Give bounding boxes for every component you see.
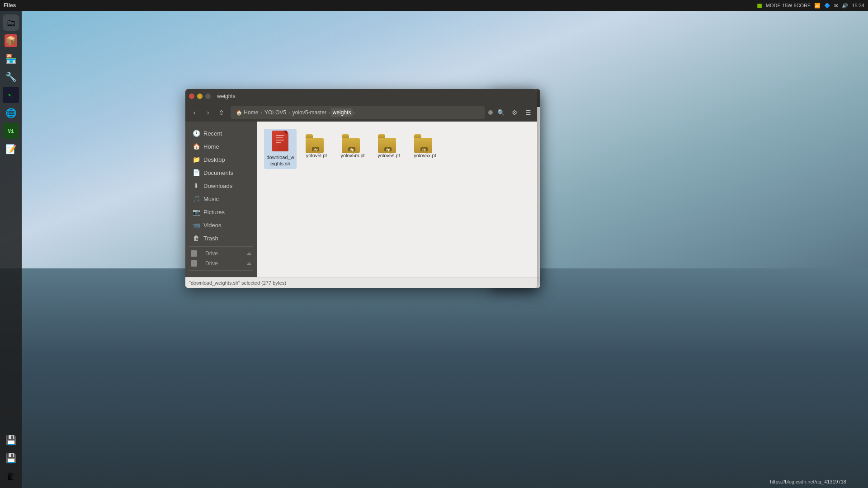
breadcrumb-home[interactable]: 🏠 Home <box>234 108 260 117</box>
sidebar-item-videos[interactable]: 📹 Videos <box>187 219 255 231</box>
dock-item-files-app[interactable]: 🗂 <box>3 14 19 31</box>
bluetooth-icon: 🔷 <box>824 3 830 9</box>
dock-item-usb2[interactable]: 💾 <box>3 450 19 466</box>
sidebar-item-downloads[interactable]: ⬇ Downloads <box>187 179 255 192</box>
file-name-yolov5l: yolov5l.pt <box>306 152 327 159</box>
close-button[interactable] <box>189 94 194 99</box>
sidebar-bookmarks: 🕐 Recent 🏠 Home 📁 Desktop 📄 Documents ⬇ <box>185 127 257 244</box>
breadcrumb-yolov5[interactable]: YOLOV5 <box>263 108 288 117</box>
sidebar-item-documents[interactable]: 📄 Documents <box>187 166 255 179</box>
downloads-icon: ⬇ <box>193 182 200 189</box>
fm-title: weights <box>217 93 236 99</box>
clock: 15:34 <box>852 3 864 8</box>
sidebar-item-music[interactable]: 🎵 Music <box>187 192 255 205</box>
maximize-button[interactable] <box>205 94 211 99</box>
eject2-icon[interactable]: ⏏ <box>247 261 251 267</box>
parent-button[interactable]: ⇧ <box>215 106 228 119</box>
sh-file-icon <box>270 131 290 154</box>
topbar: Files ◼ MODE 15W 6CORE 📶 🔷 ✉ 🔊 15:34 <box>0 0 868 11</box>
mode-label: MODE 15W 6CORE <box>766 3 811 8</box>
file-item-sh[interactable]: download_weights.sh <box>264 129 297 169</box>
zip-icon-yolov5x: zip <box>414 131 436 152</box>
fm-titlebar: weights <box>185 89 537 103</box>
file-item-yolov5s[interactable]: zip yolov5s.pt <box>373 129 405 169</box>
file-item-yolov5l[interactable]: zip yolov5l.pt <box>300 129 333 169</box>
sidebar-drive2[interactable]: Drive ⏏ <box>185 258 257 268</box>
zip-icon-yolov5l: zip <box>306 131 327 152</box>
file-name-sh: download_weights.sh <box>266 154 295 167</box>
file-name-yolov5s: yolov5s.pt <box>377 152 400 159</box>
sidebar-item-pictures[interactable]: 📷 Pictures <box>187 206 255 218</box>
fm-files-area[interactable]: download_weights.sh zip yolov5l.pt <box>257 122 537 277</box>
url-bar: https://blog.csdn.net/qq_41319718 <box>770 479 846 484</box>
sidebar-item-recent[interactable]: 🕐 Recent <box>187 127 255 140</box>
dock-item-software[interactable]: 🏪 <box>3 51 19 67</box>
nvidia-icon: ◼ <box>757 2 762 9</box>
music-icon: 🎵 <box>193 195 200 202</box>
breadcrumb: 🏠 Home › YOLOV5 › yolov5-master › weight… <box>231 106 485 119</box>
file-name-yolov5m: yolov5m.pt <box>340 152 364 159</box>
breadcrumb-sep-3: › <box>329 110 330 115</box>
sidebar-trash-label: Trash <box>203 235 218 242</box>
fm-body: 🕐 Recent 🏠 Home 📁 Desktop 📄 Documents ⬇ <box>185 122 537 277</box>
file-item-yolov5x[interactable]: zip yolov5x.pt <box>409 129 441 169</box>
eject1-icon[interactable]: ⏏ <box>247 251 251 257</box>
dock-item-terminal[interactable]: >_ <box>3 87 19 103</box>
search-button[interactable]: 🔍 <box>495 106 507 119</box>
wifi-icon: 📶 <box>814 3 821 9</box>
minimize-button[interactable] <box>197 94 203 99</box>
sidebar-item-trash[interactable]: 🗑 Trash <box>187 232 255 244</box>
zip-icon-yolov5m: zip <box>342 131 363 152</box>
fm-sidebar: 🕐 Recent 🏠 Home 📁 Desktop 📄 Documents ⬇ <box>185 122 257 277</box>
breadcrumb-sep-2: › <box>288 110 290 115</box>
documents-icon: 📄 <box>193 169 200 176</box>
trash-icon: 🗑 <box>193 235 200 242</box>
sidebar-item-home[interactable]: 🏠 Home <box>187 140 255 153</box>
dock-item-browser[interactable]: 🌐 <box>3 105 19 121</box>
sidebar-desktop-label: Desktop <box>203 156 225 163</box>
videos-icon: 📹 <box>193 221 200 229</box>
home-icon: 🏠 <box>193 143 200 150</box>
sidebar-item-desktop[interactable]: 📁 Desktop <box>187 153 255 166</box>
sidebar-documents-label: Documents <box>203 169 233 176</box>
fm-statusbar: "download_weights.sh" selected (277 byte… <box>185 277 537 288</box>
recent-icon: 🕐 <box>193 130 200 137</box>
desktop-icon: 📁 <box>193 156 200 163</box>
sidebar-videos-label: Videos <box>203 222 222 229</box>
pictures-icon: 📷 <box>193 208 200 216</box>
sidebar-pictures-label: Pictures <box>203 209 225 216</box>
sidebar-music-label: Music <box>203 196 219 202</box>
topbar-right: ◼ MODE 15W 6CORE 📶 🔷 ✉ 🔊 15:34 <box>757 2 864 9</box>
fm-toolbar: ‹ › ⇧ 🏠 Home › YOLOV5 › yolov5-master › … <box>185 103 537 122</box>
toolbar-right-buttons: 🔍 ⚙ ☰ <box>487 106 534 119</box>
sidebar-recent-label: Recent <box>203 130 222 137</box>
breadcrumb-yolov5-master[interactable]: yolov5-master <box>291 108 328 117</box>
dock-item-settings[interactable]: 🔧 <box>3 69 19 85</box>
sidebar-home-label: Home <box>203 143 219 150</box>
breadcrumb-sep-1: › <box>260 110 262 115</box>
mail-icon: ✉ <box>834 3 838 9</box>
sidebar-item-other-locations[interactable]: + Other Locations <box>187 272 255 277</box>
dock-item-usb[interactable]: 💾 <box>3 432 19 448</box>
url-text: https://blog.csdn.net/qq_41319718 <box>770 479 846 484</box>
file-item-yolov5m[interactable]: zip yolov5m.pt <box>336 129 369 169</box>
sidebar-drive1[interactable]: Drive ⏏ <box>185 249 257 258</box>
file-manager-window: weights ‹ › ⇧ 🏠 Home › YOLOV5 › yolov5-m… <box>185 89 537 288</box>
forward-button[interactable]: › <box>202 106 214 119</box>
breadcrumb-arrow-end: › <box>353 110 355 115</box>
volume-icon: 🔊 <box>842 3 848 9</box>
dock-item-archive[interactable]: 📦 <box>3 33 19 49</box>
dock-item-vim[interactable]: Vi <box>3 123 19 139</box>
sidebar-downloads-label: Downloads <box>203 183 232 189</box>
menu-button[interactable]: ☰ <box>522 106 534 119</box>
view-toggle[interactable] <box>488 110 493 115</box>
back-button[interactable]: ‹ <box>188 106 201 119</box>
dock-item-text-editor[interactable]: 📝 <box>3 141 19 157</box>
breadcrumb-weights[interactable]: weights <box>331 108 353 117</box>
topbar-title: Files <box>4 2 16 9</box>
dock: 🗂 📦 🏪 🔧 >_ 🌐 Vi 📝 💾 💾 🗑 <box>0 11 22 488</box>
view-options-button[interactable]: ⚙ <box>508 106 521 119</box>
dock-item-trash[interactable]: 🗑 <box>3 468 19 484</box>
zip-icon-yolov5s: zip <box>378 131 400 152</box>
file-name-yolov5x: yolov5x.pt <box>414 152 436 159</box>
